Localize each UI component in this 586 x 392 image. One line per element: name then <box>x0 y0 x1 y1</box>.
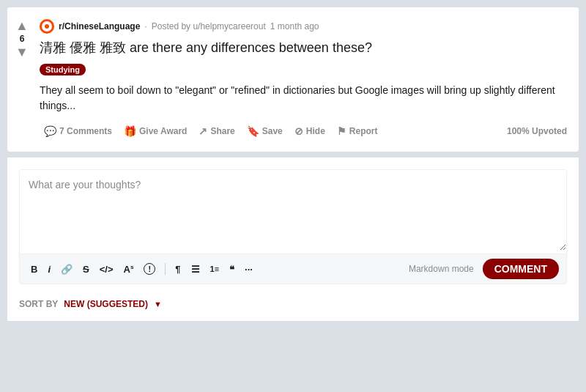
markdown-mode-toggle[interactable]: Markdown mode <box>409 264 474 274</box>
award-icon: 🎁 <box>124 125 136 137</box>
spoiler-icon: ! <box>144 263 155 275</box>
blockquote-icon: ❝ <box>229 264 234 275</box>
post-time: 1 month ago <box>270 21 319 32</box>
comment-textarea[interactable] <box>20 170 566 251</box>
bullet-list-icon: ☰ <box>191 264 200 275</box>
posted-by: Posted by u/helpmycareerout <box>152 21 266 32</box>
strikethrough-button[interactable]: S <box>79 262 93 277</box>
heading-button[interactable]: ¶ <box>171 262 184 277</box>
post-inner: ▲ 6 ▼ r/ChineseLanguage · Posted by u/he… <box>7 13 579 146</box>
action-bar: 💬 7 Comments 🎁 Give Award ↗ Share 🔖 Save <box>40 122 567 140</box>
sort-bar: SORT BY NEW (SUGGESTED) ▼ <box>19 296 567 309</box>
comment-section: B i 🔗 S </> As ! <box>7 158 579 321</box>
sort-chevron-icon[interactable]: ▼ <box>154 300 162 308</box>
link-icon: 🔗 <box>61 264 73 275</box>
superscript-button[interactable]: As <box>119 262 137 277</box>
numbered-list-button[interactable]: 1≡ <box>207 262 223 275</box>
sort-value[interactable]: NEW (SUGGESTED) <box>64 299 148 309</box>
subreddit-icon-inner <box>42 21 52 32</box>
share-icon: ↗ <box>199 125 207 137</box>
blockquote-button[interactable]: ❝ <box>226 262 238 277</box>
superscript-icon: As <box>123 264 133 275</box>
code-button[interactable]: </> <box>96 262 117 277</box>
bold-icon: B <box>31 264 37 275</box>
toolbar-divider-1 <box>165 263 166 275</box>
flair-badge: Studying <box>40 62 567 83</box>
spoiler-button[interactable]: ! <box>140 261 159 277</box>
downvote-button[interactable]: ▼ <box>15 45 29 59</box>
sort-label: SORT BY <box>19 299 58 309</box>
comments-label: 7 Comments <box>59 126 112 136</box>
post-title-chinese: 清雅 優雅 雅致 <box>40 40 126 55</box>
upvote-percentage: 100% Upvoted <box>507 126 567 136</box>
italic-button[interactable]: i <box>44 262 54 277</box>
post-title: 清雅 優雅 雅致 are there any differences betwe… <box>40 40 567 56</box>
post-card: ▲ 6 ▼ r/ChineseLanguage · Posted by u/he… <box>7 7 579 152</box>
vote-count: 6 <box>20 34 25 44</box>
hide-button[interactable]: ⊘ Hide <box>290 122 330 140</box>
comments-icon: 💬 <box>44 125 56 137</box>
flair-text: Studying <box>40 64 86 75</box>
bold-button[interactable]: B <box>27 262 41 277</box>
more-button[interactable]: ··· <box>241 262 256 277</box>
save-label: Save <box>262 126 283 136</box>
page-container: ▲ 6 ▼ r/ChineseLanguage · Posted by u/he… <box>7 7 579 392</box>
report-button[interactable]: ⚑ Report <box>333 122 382 140</box>
post-title-english: are there any differences between these? <box>130 40 372 55</box>
give-award-button[interactable]: 🎁 Give Award <box>119 122 191 140</box>
bullet-list-button[interactable]: ☰ <box>188 262 204 277</box>
subreddit-icon-dot <box>45 24 49 29</box>
post-content: r/ChineseLanguage · Posted by u/helpmyca… <box>37 13 579 146</box>
share-button[interactable]: ↗ Share <box>194 122 239 140</box>
report-icon: ⚑ <box>337 125 346 137</box>
upvote-button[interactable]: ▲ <box>15 19 29 32</box>
italic-icon: i <box>48 264 51 275</box>
vote-column: ▲ 6 ▼ <box>7 13 37 146</box>
link-button[interactable]: 🔗 <box>57 262 76 277</box>
editor-toolbar: B i 🔗 S </> As ! <box>20 254 566 284</box>
comments-button[interactable]: 💬 7 Comments <box>40 122 116 140</box>
meta-separator: · <box>144 21 146 32</box>
hide-icon: ⊘ <box>294 125 303 137</box>
report-label: Report <box>349 126 378 136</box>
save-icon: 🔖 <box>247 125 259 137</box>
give-award-label: Give Award <box>139 126 187 136</box>
strikethrough-icon: S <box>83 264 89 275</box>
share-label: Share <box>210 126 234 136</box>
comment-submit-button[interactable]: COMMENT <box>483 259 559 279</box>
post-meta: r/ChineseLanguage · Posted by u/helpmyca… <box>40 19 567 34</box>
code-icon: </> <box>100 264 114 275</box>
subreddit-name[interactable]: r/ChineseLanguage <box>59 21 140 32</box>
hide-label: Hide <box>306 126 325 136</box>
subreddit-icon <box>40 19 54 34</box>
numbered-list-icon: 1≡ <box>210 265 220 273</box>
post-body: They all seem to boil down to "elegant" … <box>40 83 567 114</box>
heading-icon: ¶ <box>175 264 180 275</box>
more-icon: ··· <box>245 264 253 275</box>
comment-box-wrapper: B i 🔗 S </> As ! <box>19 169 567 284</box>
save-button[interactable]: 🔖 Save <box>242 122 287 140</box>
